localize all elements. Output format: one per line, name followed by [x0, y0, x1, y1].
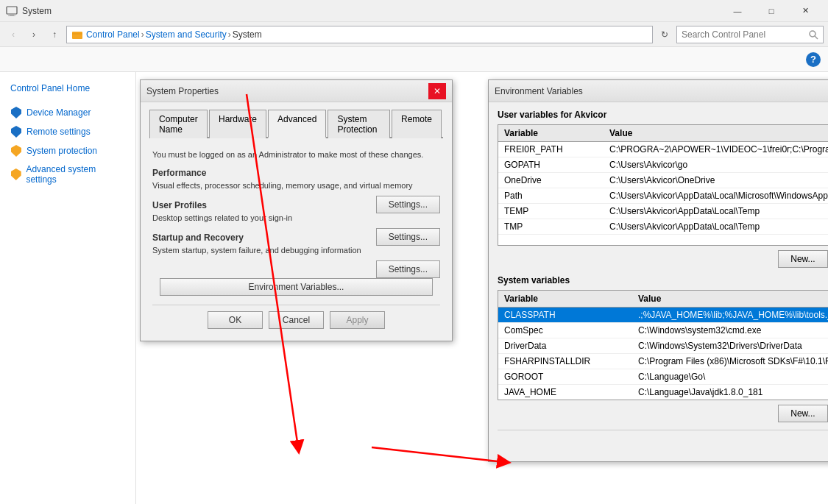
dialog-content-sysprops: Computer Name Hardware Advanced System P…	[141, 102, 452, 341]
svg-rect-1	[10, 14, 14, 15]
dialog-body-sysprops: You must be logged on as an Administrato…	[149, 146, 443, 333]
sidebar-item-home[interactable]: Control Panel Home	[0, 79, 135, 97]
dialog-content-envvars: User variables for Akvicor Variable Valu…	[489, 102, 828, 461]
dialog-buttons-row: OK Cancel Apply	[152, 305, 440, 329]
tab-remote[interactable]: Remote	[392, 110, 442, 138]
forward-button[interactable]: ›	[25, 26, 43, 43]
svg-line-5	[815, 36, 818, 39]
user-vars-title: User variables for Akvicor	[498, 110, 828, 120]
performance-settings-button[interactable]: Settings...	[376, 196, 440, 213]
user-var-row[interactable]: TEMPC:\Users\Akvicor\AppData\Local\Temp	[498, 204, 828, 219]
window-title: System	[22, 6, 721, 16]
user-var-col-variable: Variable	[498, 125, 604, 142]
user-var-row[interactable]: FREI0R_PATHC:\PROGRA~2\APOWER~1\VIDEOC~1…	[498, 142, 828, 157]
performance-title: Performance	[152, 168, 440, 178]
address-bar: Control Panel › System and Security › Sy…	[66, 26, 653, 43]
sys-vars-buttons: New... Edit... Delete	[498, 405, 828, 422]
sys-vars-title: System variables	[498, 275, 828, 285]
user-vars-table: Variable Value FREI0R_PATHC:\PROGRA~2\AP…	[498, 125, 828, 235]
close-button[interactable]: ✕	[788, 0, 822, 22]
system-properties-dialog: System Properties ✕ Computer Name Hardwa…	[140, 79, 453, 341]
env-dialog-buttons: OK Cancel	[498, 430, 828, 454]
main-layout: Control Panel Home Device Manager Remote…	[0, 72, 828, 504]
svg-rect-2	[8, 15, 15, 16]
svg-line-8	[372, 447, 504, 462]
user-var-row[interactable]: OneDriveC:\Users\Akvicor\OneDrive	[498, 173, 828, 188]
shield-icon	[10, 107, 22, 118]
user-vars-table-wrapper: Variable Value FREI0R_PATHC:\PROGRA~2\AP…	[498, 124, 828, 246]
help-button[interactable]: ?	[806, 52, 821, 67]
svg-rect-0	[7, 7, 17, 14]
sys-var-row[interactable]: GOROOTC:\Language\Go\	[498, 369, 828, 385]
tabs-sysprops: Computer Name Hardware Advanced System P…	[149, 110, 443, 138]
search-bar-container	[676, 26, 824, 43]
breadcrumb: Control Panel › System and Security › Sy…	[86, 29, 262, 40]
user-variables-section: User variables for Akvicor Variable Valu…	[498, 110, 828, 268]
search-icon	[808, 29, 818, 40]
system-variables-section: System variables Variable Value	[498, 275, 828, 422]
dialog-title-envvars: Environment Variables	[495, 86, 828, 96]
window-controls: — □ ✕	[721, 0, 822, 22]
sidebar-item-system-protection[interactable]: System protection	[0, 141, 135, 160]
performance-section: Performance Visual effects, processor sc…	[152, 168, 440, 190]
user-vars-buttons: New... Edit... Delete	[498, 250, 828, 268]
user-var-row[interactable]: PathC:\Users\Akvicor\AppData\Local\Micro…	[498, 188, 828, 204]
sys-vars-table: Variable Value CLASSPATH.;%JAVA_HOME%\li…	[498, 291, 828, 400]
dialog-close-sysprops[interactable]: ✕	[428, 83, 446, 99]
shield-icon-advanced	[10, 168, 21, 180]
svg-rect-3	[72, 32, 82, 39]
help-bar: ?	[0, 47, 828, 72]
tab-system-protection[interactable]: System Protection	[328, 110, 390, 138]
cancel-button[interactable]: Cancel	[269, 311, 324, 329]
dialog-titlebar-sysprops: System Properties ✕	[141, 80, 452, 102]
tab-computer-name[interactable]: Computer Name	[149, 110, 208, 138]
sidebar-item-advanced-settings[interactable]: Advanced system settings	[0, 160, 135, 188]
user-profiles-settings-button[interactable]: Settings...	[376, 228, 440, 246]
sidebar-item-device-manager[interactable]: Device Manager	[0, 103, 135, 122]
sys-var-new-button[interactable]: New...	[778, 405, 827, 422]
refresh-button[interactable]: ↻	[656, 26, 673, 43]
sys-var-row[interactable]: FSHARPINSTALLDIRC:\Program Files (x86)\M…	[498, 354, 828, 369]
user-var-row[interactable]: TMPC:\Users\Akvicor\AppData\Local\Temp	[498, 219, 828, 235]
content-area: View basic information about your comput…	[136, 72, 828, 504]
user-var-col-value: Value	[604, 125, 828, 142]
admin-notice: You must be logged on as an Administrato…	[152, 150, 440, 159]
navbar: ‹ › ↑ Control Panel › System and Securit…	[0, 22, 828, 47]
sys-vars-table-wrapper: Variable Value CLASSPATH.;%JAVA_HOME%\li…	[498, 290, 828, 400]
dialog-titlebar-envvars: Environment Variables ✕	[489, 80, 828, 102]
sys-var-row[interactable]: JAVA_HOMEC:\Language\Java\jdk1.8.0_181	[498, 385, 828, 400]
sidebar: Control Panel Home Device Manager Remote…	[0, 72, 136, 504]
minimize-button[interactable]: —	[721, 0, 754, 22]
startup-recovery-desc: System startup, system failure, and debu…	[152, 246, 440, 255]
svg-point-4	[810, 31, 815, 37]
user-var-new-button[interactable]: New...	[778, 250, 827, 268]
sys-var-row[interactable]: DriverDataC:\Windows\System32\Drivers\Dr…	[498, 338, 828, 354]
tab-hardware[interactable]: Hardware	[209, 110, 266, 138]
sys-var-col-value: Value	[632, 291, 828, 308]
ok-button[interactable]: OK	[208, 311, 263, 329]
maximize-button[interactable]: □	[754, 0, 788, 22]
user-profiles-desc: Desktop settings related to your sign-in	[152, 213, 440, 222]
sys-var-row[interactable]: CLASSPATH.;%JAVA_HOME%\lib;%JAVA_HOME%\l…	[498, 308, 828, 323]
up-button[interactable]: ↑	[46, 26, 63, 43]
search-input[interactable]	[682, 29, 805, 40]
folder-icon	[71, 29, 83, 40]
performance-desc: Visual effects, processor scheduling, me…	[152, 181, 440, 190]
shield-icon-remote	[10, 126, 22, 138]
startup-recovery-settings-button[interactable]: Settings...	[376, 260, 440, 278]
back-button[interactable]: ‹	[4, 26, 22, 43]
environment-variables-button[interactable]: Environment Variables...	[160, 278, 433, 296]
computer-icon	[6, 5, 18, 17]
user-var-row[interactable]: GOPATHC:\Users\Akvicor\go	[498, 157, 828, 173]
dialog-title-sysprops: System Properties	[146, 86, 424, 96]
environment-variables-dialog: Environment Variables ✕ User variables f…	[488, 79, 828, 462]
sys-var-row[interactable]: ComSpecC:\Windows\system32\cmd.exe	[498, 323, 828, 338]
shield-icon-protection	[10, 145, 22, 157]
apply-button[interactable]: Apply	[330, 311, 385, 329]
titlebar: System — □ ✕	[0, 0, 828, 22]
sys-var-col-variable: Variable	[498, 291, 632, 308]
sidebar-item-remote-settings[interactable]: Remote settings	[0, 122, 135, 141]
tab-advanced[interactable]: Advanced	[268, 110, 326, 138]
